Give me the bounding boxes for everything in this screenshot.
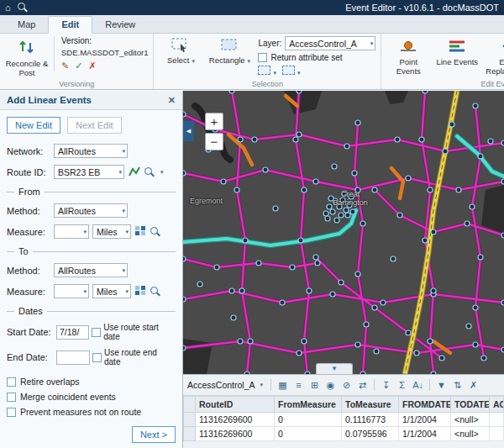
point-events-icon (399, 38, 417, 56)
to-measure-dropdown[interactable]: ▾ (54, 284, 89, 298)
start-date-label: Start Date: (7, 327, 54, 337)
filter-icon[interactable]: ▼ (435, 380, 448, 390)
column-header-routeid[interactable]: RouteID (196, 397, 275, 413)
versioning-group: Reconcile & Post Version: SDE.MASSDOT_ed… (0, 34, 153, 89)
selection-settings-icon[interactable]: ▾ (282, 66, 301, 76)
selection-group-label: Selection (154, 80, 381, 88)
select-tool-button[interactable]: Select▾ (159, 36, 202, 66)
event-replacement-button[interactable]: Event Replacement (484, 36, 504, 76)
network-dropdown[interactable]: AllRoutes▾ (54, 144, 128, 158)
layer-label: Layer: (258, 39, 281, 48)
map-label-egremont: Egremont (190, 197, 223, 205)
close-grid-icon[interactable]: ✗ (467, 380, 480, 391)
column-header-todate[interactable]: TODATE (451, 397, 490, 413)
accept-version-icon[interactable]: ✓ (75, 61, 82, 71)
list-icon[interactable]: ≡ (292, 380, 305, 390)
grid-layer-name[interactable]: AccessControl_A▾ (187, 380, 263, 390)
from-section-header: From (7, 187, 176, 197)
column-header-tomeasure[interactable]: ToMeasure (342, 397, 399, 413)
from-measure-zoom-icon[interactable] (150, 227, 160, 237)
dock-icon[interactable]: ⇅ (451, 380, 464, 391)
return-attribute-set-checkbox[interactable] (258, 53, 267, 62)
tab-review[interactable]: Review (92, 17, 148, 33)
related-records-icon[interactable]: ⊞ (308, 380, 321, 391)
version-column: Version: SDE.MASSDOT_editor1 ✎ ✓ ✗ (54, 36, 148, 71)
prevent-measures-checkbox[interactable] (7, 408, 16, 417)
add-linear-events-panel: Add Linear Events ✕ New Edit Next Edit N… (0, 91, 183, 448)
panel-close-icon[interactable]: ✕ (168, 95, 176, 106)
line-events-button[interactable]: Line Events (435, 36, 479, 67)
layer-caret-icon: ▾ (368, 40, 374, 47)
zoom-in-button[interactable]: + (205, 113, 223, 130)
next-edit-button[interactable]: Next Edit (67, 117, 122, 134)
from-method-label: Method: (7, 206, 50, 216)
to-measure-zoom-icon[interactable] (150, 287, 160, 297)
from-units-dropdown[interactable]: Miles▾ (92, 224, 131, 239)
zoom-out-button[interactable]: − (205, 133, 223, 150)
layer-dropdown[interactable]: AccessControl_A▾ (285, 36, 375, 50)
version-label: Version: (61, 36, 148, 45)
to-measure-on-map-icon[interactable] (134, 285, 147, 298)
route-zoom-icon[interactable] (144, 167, 155, 177)
reject-version-icon[interactable]: ✗ (88, 61, 96, 71)
export-icon[interactable]: ↧ (380, 380, 392, 391)
from-method-dropdown[interactable]: AllRoutes▾ (54, 203, 128, 218)
reconcile-post-button[interactable]: Reconcile & Post (5, 36, 49, 77)
route-id-label: Route ID: (7, 167, 50, 177)
return-attribute-set-label: Return attribute set (270, 53, 342, 62)
edit-version-icon[interactable]: ✎ (61, 61, 69, 71)
retire-overlaps-checkbox[interactable] (7, 377, 16, 387)
collapse-panel-left-icon[interactable]: ◀ (183, 121, 194, 141)
grid-toolbar-icons: ▦≡⊞◉⊘⇄↧ΣA↓▼⇅✗ (276, 379, 480, 391)
point-events-button[interactable]: Point Events (386, 36, 430, 76)
route-id-dropdown[interactable]: BSR23 EB▾ (54, 165, 124, 179)
grid-toolbar: AccessControl_A▾ ▦≡⊞◉⊘⇄↧ΣA↓▼⇅✗ (183, 375, 504, 396)
attribute-table-icon[interactable]: ▦ (276, 380, 289, 391)
dates-section-header: Dates (7, 306, 176, 316)
new-edit-button[interactable]: New Edit (7, 117, 60, 134)
table-row[interactable]: 1131626960000.07955961/1/2004<null> (184, 427, 504, 441)
use-route-end-label: Use route end date (104, 348, 176, 366)
rectangle-caret-icon: ▾ (248, 58, 251, 64)
to-method-dropdown[interactable]: AllRoutes▾ (54, 263, 128, 277)
from-measure-dropdown[interactable]: ▾ (54, 224, 89, 239)
row-selector[interactable] (184, 427, 196, 441)
column-header-fromdate[interactable]: FROMDATE (399, 397, 451, 413)
panel-title: Add Linear Events (7, 95, 92, 105)
use-route-start-checkbox[interactable] (92, 328, 101, 337)
zoom-tool-icon[interactable] (18, 3, 28, 13)
home-icon[interactable]: ⌂ (5, 0, 11, 15)
zoom-to-selection-icon[interactable]: ◉ (324, 380, 337, 391)
tab-edit[interactable]: Edit (48, 16, 92, 34)
clear-selection-icon[interactable]: ⊘ (340, 380, 353, 391)
collapse-grid-icon[interactable]: ▼ (316, 363, 353, 374)
use-route-end-checkbox[interactable] (92, 353, 102, 362)
table-row[interactable]: 1131626960000.11167731/1/2004<null> (184, 413, 504, 427)
column-header-frommeasure[interactable]: FromMeasure (275, 397, 342, 413)
select-icon (171, 38, 190, 55)
end-date-input[interactable] (56, 350, 90, 365)
switch-selection-icon[interactable]: ⇄ (356, 380, 369, 391)
map-view[interactable]: ◀ + − Egremont Great Barrington ▼ (183, 91, 504, 374)
to-units-dropdown[interactable]: Miles▾ (92, 284, 131, 298)
select-features-tool-icon[interactable]: ▾ (258, 66, 276, 76)
to-section-header: To (7, 246, 176, 256)
rectangle-tool-button[interactable]: Rectangle▾ (207, 36, 251, 66)
row-selector[interactable] (184, 413, 196, 427)
column-header-ac[interactable]: AC (490, 397, 504, 413)
from-measure-on-map-icon[interactable] (134, 225, 147, 238)
merge-coincident-checkbox[interactable] (7, 393, 16, 402)
route-zoom-caret-icon[interactable]: ▾ (160, 169, 164, 176)
retire-overlaps-label: Retire overlaps (20, 377, 80, 387)
sort-icon[interactable]: A↓ (412, 380, 424, 390)
statistics-icon[interactable]: Σ (396, 380, 408, 390)
next-button[interactable]: Next > (132, 426, 176, 443)
end-date-label: End Date: (7, 352, 54, 362)
ribbon-tab-strip: Map Edit Review (0, 15, 504, 34)
start-date-input[interactable]: 7/18/ (56, 325, 89, 340)
tab-map[interactable]: Map (5, 17, 48, 33)
event-replacement-icon (500, 38, 504, 56)
select-route-on-map-icon[interactable] (128, 166, 141, 179)
edit-events-group-label: Edit Events (381, 80, 504, 88)
version-value: SDE.MASSDOT_editor1 (61, 48, 148, 57)
